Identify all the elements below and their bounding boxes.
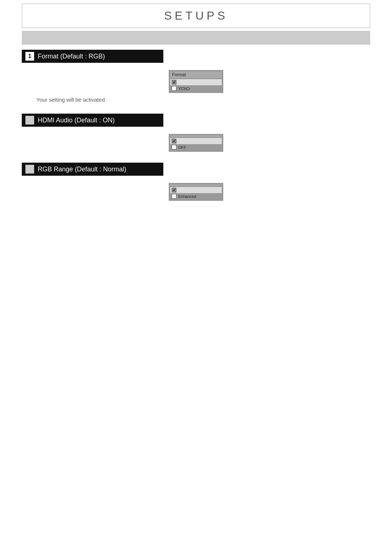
section-format-label: Format (Default : RGB) <box>38 53 105 60</box>
rgb-option-enhanced[interactable]: Enhanced <box>170 193 222 199</box>
hdmi-dropdown-area: OFF <box>22 134 370 152</box>
rgb-option-enhanced-label: Enhanced <box>178 194 196 199</box>
section-hdmi-audio: HDMI Audio (Default : ON) OFF <box>22 114 370 152</box>
rgb-dropdown-widget[interactable]: Enhanced <box>169 183 223 201</box>
rgb-option-normal[interactable] <box>170 187 222 193</box>
section-format-number: 1 <box>25 52 34 61</box>
format-checkbox-ycbcr[interactable] <box>172 86 176 91</box>
hdmi-dropdown-widget[interactable]: OFF <box>169 134 223 152</box>
section-hdmi-header: HDMI Audio (Default : ON) <box>22 114 163 127</box>
page-title: SETUPS <box>164 9 228 22</box>
activation-note: Your setting will be activated. <box>36 97 370 103</box>
format-dropdown-area: Format YCbCr <box>22 70 370 93</box>
section-hdmi-label: HDMI Audio (Default : ON) <box>38 117 115 124</box>
hdmi-checkbox-off[interactable] <box>172 145 176 150</box>
rgb-dropdown-area: Enhanced <box>22 183 370 201</box>
hdmi-option-on[interactable] <box>170 138 222 144</box>
section-format-header: 1 Format (Default : RGB) <box>22 50 163 63</box>
section-rgb-header: RGB Range (Default : Normal) <box>22 163 163 176</box>
format-dropdown-title: Format <box>170 72 222 78</box>
hdmi-dropdown-title <box>170 135 222 137</box>
section-hdmi-number <box>25 116 34 125</box>
hdmi-option-off[interactable]: OFF <box>170 144 222 150</box>
section-rgb-range: RGB Range (Default : Normal) Enhanced <box>22 163 370 201</box>
format-dropdown-widget[interactable]: Format YCbCr <box>169 70 223 93</box>
section-rgb-label: RGB Range (Default : Normal) <box>38 166 126 173</box>
rgb-dropdown-title <box>170 184 222 186</box>
highlight-bar <box>22 31 370 45</box>
format-option-ycbcr[interactable]: YCbCr <box>170 85 222 91</box>
section-rgb-number <box>25 165 34 174</box>
rgb-checkbox-normal[interactable] <box>172 188 176 192</box>
format-checkbox-rgb[interactable] <box>172 80 176 85</box>
hdmi-checkbox-on[interactable] <box>172 139 176 143</box>
title-bar: SETUPS <box>22 4 370 28</box>
format-option-rgb[interactable] <box>170 79 222 85</box>
format-option-ycbcr-label: YCbCr <box>178 86 190 91</box>
hdmi-option-off-label: OFF <box>178 145 186 150</box>
page-container: SETUPS 1 Format (Default : RGB) Format Y… <box>0 4 392 554</box>
rgb-checkbox-enhanced[interactable] <box>172 194 176 199</box>
section-format: 1 Format (Default : RGB) Format YCbCr Yo… <box>22 50 370 103</box>
